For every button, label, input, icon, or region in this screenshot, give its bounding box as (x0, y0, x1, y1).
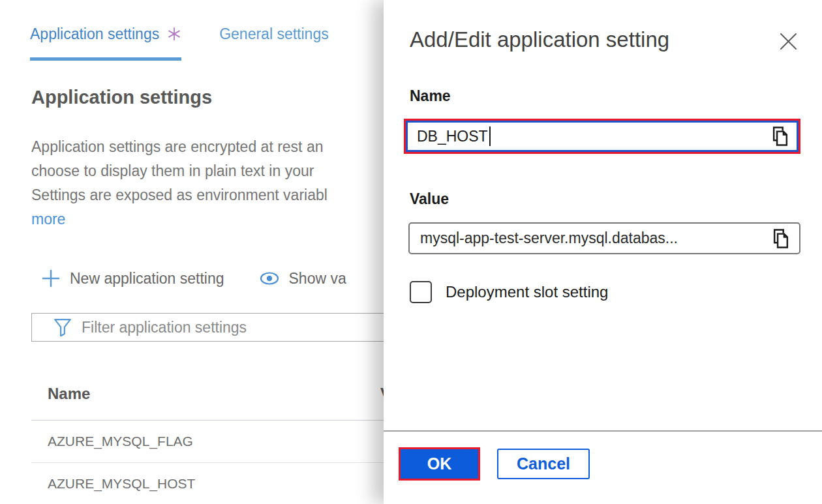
settings-toolbar: New application setting Show va (42, 269, 346, 288)
filter-application-settings-input[interactable] (82, 319, 329, 336)
text-caret (489, 126, 491, 146)
plus-icon (42, 269, 60, 288)
eye-icon (260, 271, 279, 286)
close-icon (780, 33, 797, 50)
value-input[interactable]: mysql-app-test-server.mysql.databas... (408, 222, 800, 254)
unsaved-changes-icon (167, 27, 181, 41)
page-title: Application settings (31, 87, 212, 108)
settings-description: Application settings are encrypted at re… (31, 135, 327, 231)
ok-button[interactable]: OK (401, 449, 478, 479)
value-field-label: Value (410, 190, 449, 208)
filter-application-settings-box[interactable] (31, 313, 398, 342)
setting-name: AZURE_MYSQL_HOST (48, 476, 195, 492)
panel-title: Add/Edit application setting (410, 27, 669, 52)
panel-footer-buttons: OK Cancel (399, 447, 590, 481)
name-field-label: Name (410, 87, 451, 105)
copy-value-button[interactable] (771, 228, 791, 249)
setting-name: AZURE_MYSQL_FLAG (48, 434, 193, 449)
tab-general-settings[interactable]: General settings (219, 25, 328, 57)
name-field-highlight: DB_HOST (404, 119, 800, 154)
cancel-button[interactable]: Cancel (497, 449, 590, 479)
new-application-setting-button[interactable]: New application setting (42, 269, 224, 288)
column-header-name: Name (48, 385, 90, 403)
learn-more-link[interactable]: more (31, 211, 65, 228)
add-edit-setting-panel: Add/Edit application setting Name DB_HOS… (384, 0, 822, 504)
app-settings-screen: Application settings General settings A (0, 0, 822, 504)
name-input[interactable]: DB_HOST (406, 121, 799, 152)
deployment-slot-setting-row: Deployment slot setting (410, 281, 608, 303)
deployment-slot-checkbox[interactable] (410, 281, 432, 303)
tab-application-settings-label: Application settings (30, 25, 159, 43)
value-input-value: mysql-app-test-server.mysql.databas... (420, 230, 678, 247)
copy-icon (770, 126, 790, 147)
show-values-label: Show va (289, 270, 346, 288)
deployment-slot-checkbox-label[interactable]: Deployment slot setting (446, 283, 608, 301)
tab-application-settings[interactable]: Application settings (30, 25, 181, 61)
panel-header: Add/Edit application setting (410, 27, 797, 52)
description-line: choose to display them in plain text in … (31, 159, 327, 183)
ok-button-highlight: OK (399, 447, 480, 481)
copy-icon (771, 228, 791, 249)
filter-icon (53, 318, 72, 338)
settings-tabs: Application settings General settings (30, 25, 329, 61)
close-button[interactable] (780, 33, 797, 50)
description-line: Application settings are encrypted at re… (31, 135, 327, 159)
name-input-value: DB_HOST (417, 128, 488, 145)
new-application-setting-label: New application setting (70, 270, 224, 288)
panel-footer-divider (384, 430, 822, 432)
tab-general-settings-label: General settings (219, 25, 328, 43)
description-line: Settings are exposed as environment vari… (31, 183, 327, 207)
copy-name-button[interactable] (770, 126, 790, 147)
show-values-button[interactable]: Show va (260, 270, 346, 288)
